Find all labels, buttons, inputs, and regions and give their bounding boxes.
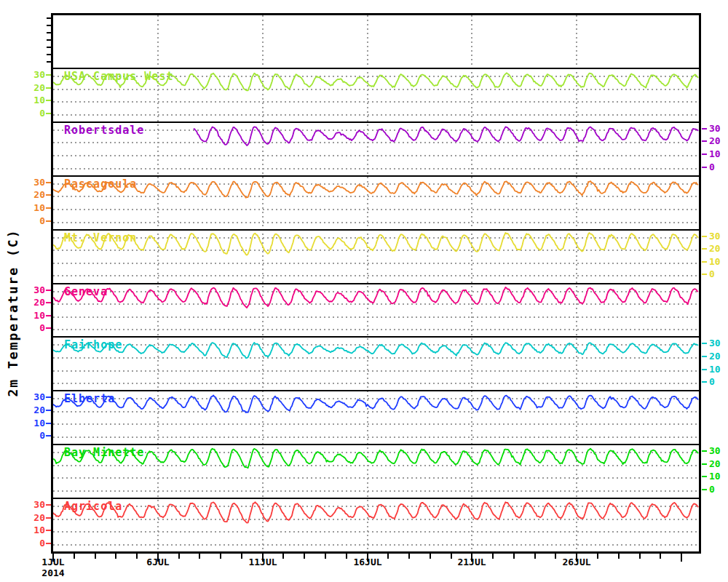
y-tick-dash: [46, 87, 51, 89]
frame-minor-tick: [47, 54, 51, 55]
y-tick-label: 0: [20, 538, 45, 549]
y-tick-dash: [46, 543, 51, 544]
station-panel-2: Pascagoula: [53, 175, 699, 229]
series-line: [53, 181, 698, 198]
y-tick-dash: [702, 128, 707, 129]
y-tick-dash: [46, 423, 51, 424]
y-tick-label: 0: [709, 484, 728, 495]
y-tick-label: 0: [20, 215, 45, 226]
y-tick-dash: [46, 396, 51, 398]
x-minor-tick: [199, 554, 200, 559]
y-tick-dash: [46, 327, 51, 329]
series-plot: [53, 391, 699, 444]
station-panel-7: Bay Minette: [53, 444, 699, 498]
y-tick-label: 20: [20, 512, 45, 523]
series-plot: [53, 177, 699, 229]
y-tick-label: 30: [709, 338, 728, 348]
y-tick-dash: [46, 100, 51, 101]
series-line: [53, 287, 698, 307]
series-line: [53, 449, 698, 469]
y-tick-label: 10: [20, 310, 45, 321]
y-tick-label: 0: [20, 108, 45, 119]
series-plot: [53, 284, 699, 337]
station-panel-4: Geneva: [53, 283, 699, 337]
y-tick-label: 30: [709, 123, 728, 134]
y-tick-label: 30: [20, 499, 45, 510]
x-tick-label: 21JUL: [446, 557, 497, 567]
y-tick-dash: [46, 207, 51, 209]
y-tick-label: 30: [20, 284, 45, 295]
y-tick-dash: [46, 517, 51, 519]
y-tick-dash: [46, 290, 51, 291]
series-line: [53, 73, 698, 90]
y-tick-label: 0: [709, 268, 728, 279]
y-tick-label: 10: [20, 418, 45, 428]
station-panel-5: Fairhope: [53, 336, 699, 390]
y-tick-dash: [46, 504, 51, 506]
y-tick-dash: [702, 381, 707, 383]
series-line: [53, 396, 698, 413]
y-tick-label: 20: [20, 189, 45, 200]
station-panel-1: Robertsdale: [53, 121, 699, 175]
y-tick-label: 30: [709, 231, 728, 242]
station-panel-0: USA Campus West: [53, 68, 699, 121]
x-tick-label: 16JUL: [342, 557, 393, 567]
x-tick-year-label: 2014: [28, 567, 79, 578]
series-line: [53, 233, 698, 255]
station-panel-8: Agricola: [53, 498, 699, 551]
y-tick-dash: [702, 343, 707, 344]
series-plot: [53, 338, 699, 390]
x-minor-tick: [220, 554, 221, 559]
frame-minor-tick: [47, 25, 51, 26]
y-tick-label: 10: [20, 95, 45, 105]
y-tick-dash: [702, 261, 707, 263]
x-minor-tick: [513, 554, 515, 559]
y-axis-title: 2m Temperature (C): [5, 228, 20, 396]
y-tick-label: 20: [709, 135, 728, 146]
y-tick-label: 10: [709, 364, 728, 375]
y-tick-label: 10: [20, 202, 45, 213]
y-tick-dash: [46, 194, 51, 196]
temperature-meteogram: 2m Temperature (C) USA Campus WestRobert…: [0, 0, 728, 582]
y-tick-label: 30: [20, 391, 45, 402]
x-minor-tick: [639, 554, 641, 559]
x-minor-tick: [304, 554, 305, 559]
series-plot: [53, 123, 699, 175]
series-plot: [53, 69, 699, 121]
series-line: [53, 502, 698, 523]
y-tick-dash: [702, 463, 707, 465]
x-tick-label: 26JUL: [551, 557, 602, 567]
x-minor-tick: [660, 554, 661, 559]
frame-minor-tick: [47, 47, 51, 48]
x-minor-tick: [95, 554, 96, 559]
y-tick-dash: [702, 476, 707, 477]
y-tick-label: 20: [20, 404, 45, 415]
y-tick-dash: [46, 435, 51, 436]
y-tick-dash: [46, 410, 51, 411]
y-tick-label: 20: [709, 351, 728, 362]
series-line: [194, 127, 698, 146]
y-tick-dash: [702, 369, 707, 370]
y-tick-label: 10: [709, 256, 728, 267]
y-tick-label: 10: [20, 525, 45, 535]
y-tick-label: 30: [20, 69, 45, 80]
y-tick-dash: [46, 530, 51, 531]
y-tick-dash: [702, 154, 707, 155]
x-tick-label: 6JUL: [132, 557, 183, 567]
x-minor-tick: [534, 554, 536, 559]
series-plot: [53, 231, 699, 283]
frame-minor-tick: [47, 39, 51, 41]
y-tick-dash: [46, 113, 51, 114]
y-tick-label: 0: [20, 322, 45, 333]
y-tick-dash: [46, 74, 51, 76]
frame-minor-tick: [47, 17, 51, 19]
x-minor-tick: [325, 554, 326, 559]
y-tick-dash: [702, 140, 707, 142]
station-panel-6: Elberta: [53, 390, 699, 444]
y-tick-dash: [702, 167, 707, 168]
x-major-tick: [681, 554, 682, 562]
y-tick-dash: [46, 182, 51, 183]
y-tick-dash: [46, 302, 51, 303]
y-tick-dash: [702, 489, 707, 490]
y-tick-dash: [702, 248, 707, 250]
